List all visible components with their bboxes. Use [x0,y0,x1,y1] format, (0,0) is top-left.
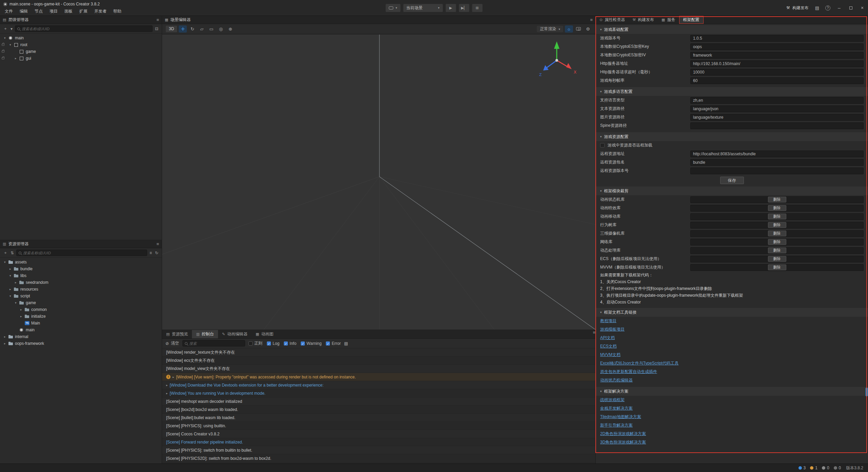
checkbox-icon[interactable] [284,341,288,346]
checkbox-icon[interactable] [326,341,330,346]
checkbox-icon[interactable] [267,341,271,346]
property-input[interactable] [690,97,864,104]
doc-link[interactable]: MVVM文档 [600,351,864,359]
delete-module-button[interactable]: 删除 [768,231,786,236]
chevron-down-icon[interactable]: ▾ [10,26,13,31]
status-count[interactable]: 0 [834,466,841,470]
expand-arrow-icon[interactable]: ▸ [20,315,25,318]
rotate-tool-icon[interactable]: ↻ [188,25,196,33]
status-count[interactable]: 0 [822,466,829,470]
pivot-toggle-icon[interactable]: ◎ [217,25,225,33]
tree-node[interactable]: ▸ common [0,306,162,313]
menu-item[interactable]: 编辑 [16,7,31,15]
hierarchy-search-input[interactable] [22,27,150,31]
project-folder-icon[interactable]: ▤ [812,5,822,11]
mode-3d-toggle[interactable]: 3D [165,25,177,33]
scale-tool-icon[interactable]: ▱ [198,25,206,33]
tree-node[interactable]: ▸ bundle [0,266,162,272]
doc-link[interactable]: ECS文档 [600,342,864,351]
log-filter-checkbox[interactable]: Warning [301,340,321,346]
panel-menu-icon[interactable]: ≡ [590,17,593,22]
tab-asset-preview[interactable]: ▤ 资源预览 [162,330,192,338]
property-input[interactable] [690,159,864,166]
log-row[interactable]: ▸ [Window] You are running Vue in develo… [162,389,595,397]
log-row[interactable]: [Scene] [box2d]:box2d wasm lib loaded. [162,406,595,414]
section-doc-links[interactable]: ▾ 框架文档工具链接 [596,308,868,317]
light-toggle-icon[interactable]: ☼ [565,25,573,33]
delete-module-button[interactable]: 删除 [768,264,786,270]
log-row[interactable]: [Scene] [PHYSICS]: using builtin. [162,422,595,430]
sort-icon[interactable]: ⇅ [10,251,15,255]
expand-arrow-icon[interactable]: ▾ [4,260,8,264]
log-filter-checkbox[interactable]: Error [326,340,341,346]
menu-item[interactable]: 开发者 [91,7,110,15]
filter-icon[interactable]: ≡ [149,251,153,255]
panel-menu-icon[interactable]: ≡ [156,241,159,247]
world-local-toggle-icon[interactable]: ⊕ [226,25,234,33]
expand-arrow-icon[interactable]: ▾ [9,294,14,298]
expand-arrow-icon[interactable]: ▸ [4,342,8,345]
delete-module-button[interactable]: 删除 [768,214,786,219]
log-row[interactable]: [Scene] Cocos Creator v3.8.2 [162,430,595,438]
expand-arrow-icon[interactable]: ▸ [15,281,19,284]
scrollbar-thumb[interactable] [866,388,868,396]
launch-scene-dropdown[interactable]: 当前场景 ▾ [403,4,443,12]
tab-framework-config[interactable]: 框架配置 [679,16,704,24]
tree-node[interactable]: ▾ root [0,41,162,48]
menu-item[interactable]: 扩展 [76,7,91,15]
menu-item[interactable]: 帮助 [110,7,125,15]
menu-item[interactable]: 面板 [61,7,76,15]
expand-arrow-icon[interactable]: ▸ [166,392,168,395]
status-count[interactable]: 1 [810,466,817,470]
property-input[interactable] [690,114,864,121]
tree-node[interactable]: ▾ main [0,35,162,41]
log-row[interactable]: [Scene] [bullet]:bullet wasm lib loaded. [162,414,595,422]
panel-menu-icon[interactable]: ≡ [156,17,159,22]
delete-module-button[interactable]: 删除 [768,197,786,202]
delete-module-button[interactable]: 删除 [768,205,786,211]
tree-node[interactable]: ▸ oops-framework [0,340,162,347]
expand-arrow-icon[interactable]: ▾ [15,301,19,304]
frame-step-button[interactable]: ⊞ [472,4,482,12]
tree-node[interactable]: ▸ seedrandom [0,279,162,286]
build-publish-button[interactable]: ⚒ 构建发布 [783,3,812,13]
axis-gizmo[interactable]: X Z [530,39,584,86]
solution-link[interactable]: 全栈开发解决方案 [600,404,864,413]
tab-animation-graph[interactable]: ▦ 动画图 [252,330,277,338]
doc-link[interactable]: Excel格式转Json文件与TypeScript代码工具 [600,359,864,368]
delete-module-button[interactable]: 删除 [768,222,786,228]
expand-arrow-icon[interactable]: ▸ [166,383,168,387]
rect-tool-icon[interactable]: ▭ [207,25,215,33]
expand-arrow-icon[interactable]: ▸ [173,375,174,379]
tab-animation-editor[interactable]: ✎ 动画编辑器 [218,330,252,338]
log-row[interactable]: [Scene] Forward render pipeline initiali… [162,438,595,446]
property-input[interactable] [690,60,864,67]
scene-settings-gear-icon[interactable]: ⚙ [584,25,592,33]
section-resource[interactable]: ▾ 游戏资源配置 [596,132,868,141]
lock-icon[interactable] [2,44,4,46]
doc-link[interactable]: 原生包热更新配置自动生成插件 [600,368,864,376]
property-input[interactable] [690,105,864,112]
tree-node[interactable]: ▾ script [0,293,162,299]
scene-viewport[interactable]: X Z [162,35,595,330]
menu-item[interactable]: 项目 [46,7,61,15]
expand-arrow-icon[interactable]: ▾ [4,36,8,40]
expand-arrow-icon[interactable]: ▾ [9,43,14,46]
console-search[interactable] [182,340,245,347]
clear-console-button[interactable]: ⊘ 清空 [165,340,179,346]
close-button[interactable]: × [856,0,868,16]
solution-link[interactable]: 战棋游戏框架 [600,396,864,404]
solution-link[interactable]: Tiledmap地图解决方案 [600,413,864,421]
log-row[interactable]: [Scene] [PHYSICS2D]: switch from box2d-w… [162,454,595,463]
doc-link[interactable]: 教程项目 [600,317,864,325]
property-input[interactable] [690,151,864,157]
section-module-trim[interactable]: ▾ 框架模块裁剪 [596,186,868,195]
step-button[interactable]: ▶▏ [458,4,469,12]
expand-arrow-icon[interactable]: ▸ [9,288,14,291]
assets-search[interactable] [16,250,147,256]
tree-node[interactable]: ▾ game [0,299,162,306]
expand-arrow-icon[interactable]: ▸ [15,57,19,60]
section-solutions[interactable]: ▾ 框架解决方案 [596,387,868,396]
tree-node[interactable]: ▸ internal [0,333,162,340]
log-row[interactable]: [Scene] meshopt wasm decoder initialized [162,397,595,406]
